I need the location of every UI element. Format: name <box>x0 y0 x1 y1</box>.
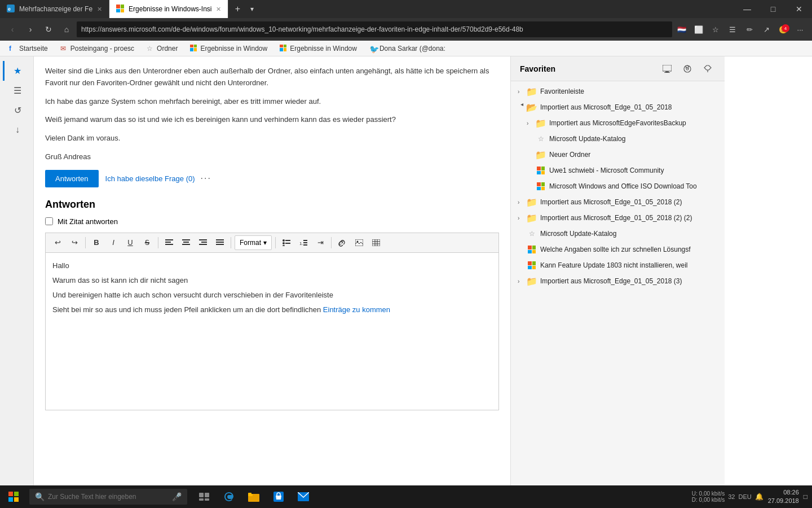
notes-icon[interactable]: ✏ <box>742 22 757 37</box>
editor-area[interactable]: Hallo Warum das so ist kann ich dir nich… <box>45 252 499 410</box>
bold-button[interactable]: B <box>89 235 104 250</box>
minimize-button[interactable]: — <box>734 0 760 18</box>
bookmark-ordner[interactable]: ☆ Ordner <box>142 43 182 54</box>
address-input[interactable] <box>77 21 672 37</box>
folder-icon-8: 📁 <box>527 197 537 207</box>
taskbar-search[interactable]: 🔍 🎤 <box>29 489 187 505</box>
fav-item-update-katalog-2[interactable]: ☆ Microsoft Update-Katalog <box>511 226 725 242</box>
bookmark-startseite[interactable]: f Startseite <box>5 43 52 54</box>
fav-item-neuer-ordner[interactable]: 📁 Neuer Ordner <box>511 147 725 163</box>
unordered-list-button[interactable] <box>279 235 294 250</box>
taskview-button[interactable] <box>194 487 214 507</box>
fav-item-favoritenleiste[interactable]: › 📁 Favoritenleiste <box>511 84 725 99</box>
tab-overflow-button[interactable]: ▾ <box>246 0 258 18</box>
favorites-pin-icon[interactable] <box>700 61 716 77</box>
image-button[interactable] <box>352 235 367 250</box>
svg-rect-25 <box>372 239 380 246</box>
favorites-monitor-icon[interactable] <box>659 61 675 77</box>
fav-item-feature-update[interactable]: Kann Feature Update 1803 nicht installie… <box>511 257 725 273</box>
back-button[interactable]: ‹ <box>5 21 20 37</box>
tabs-container: e Mehrfachanzeige der Fe ✕ Ergebnisse in… <box>0 0 734 18</box>
maximize-button[interactable]: □ <box>760 0 786 18</box>
svg-rect-20 <box>303 240 307 241</box>
fav-label-7: Microsoft Windows and Office ISO Downloa… <box>549 182 718 190</box>
mail-icon[interactable] <box>293 487 314 507</box>
taskbar-search-input[interactable] <box>48 493 161 501</box>
edge-browser-icon[interactable] <box>219 487 239 507</box>
search-icon: 🔍 <box>35 492 45 501</box>
fav-item-importiert-2-2[interactable]: › 📁 Importiert aus Microsoft_Edge_01_05_… <box>511 210 725 226</box>
fav-item-uwe1[interactable]: Uwe1 schwiebi - Microsoft Community <box>511 163 725 178</box>
favorites-settings-icon[interactable] <box>679 61 695 77</box>
fav-item-iso[interactable]: Microsoft Windows and Office ISO Downloa… <box>511 178 725 194</box>
side-nav-favorites[interactable]: ★ <box>3 61 31 81</box>
svg-rect-3 <box>165 242 171 243</box>
refresh-button[interactable]: ↻ <box>41 21 56 37</box>
redo-button[interactable]: ↪ <box>67 235 82 250</box>
quote-checkbox-input[interactable] <box>45 217 53 225</box>
hub-icon[interactable]: ☰ <box>725 22 740 37</box>
align-left-button[interactable] <box>162 235 176 250</box>
tab-2[interactable]: Ergebnisse in Windows-Insi ✕ <box>109 0 228 18</box>
align-right-button[interactable] <box>196 235 210 250</box>
more-button[interactable]: ··· <box>793 22 807 37</box>
favorites-star-icon[interactable]: ☆ <box>708 22 723 37</box>
fav-item-backup[interactable]: › 📁 Importiert aus MicrosoftEdgeFavorite… <box>511 115 725 131</box>
network-speed: U: 0,00 kbit/s D: 0,00 kbit/s <box>692 491 725 503</box>
fav-chevron-3: › <box>527 120 536 126</box>
same-question-link[interactable]: Ich habe dieselbe Frage (0) <box>105 174 195 183</box>
indent-button[interactable]: ⇥ <box>313 235 328 250</box>
fav-item-importiert-3[interactable]: › 📁 Importiert aus Microsoft_Edge_01_05_… <box>511 273 725 289</box>
bookmark-label-3: Ordner <box>157 45 178 52</box>
fav-label-6: Uwe1 schwiebi - Microsoft Community <box>549 167 718 174</box>
bookmark-label-6: Dona Sarkar (@dona: <box>379 45 445 52</box>
svg-rect-6 <box>183 242 189 243</box>
bookmark-ergebnisse2[interactable]: Ergebnisse in Window <box>275 43 361 54</box>
more-options-button[interactable]: ··· <box>201 173 211 183</box>
folder-icon-3: 📁 <box>536 118 546 128</box>
undo-button[interactable]: ↩ <box>50 235 65 250</box>
tab-1[interactable]: e Mehrfachanzeige der Fe ✕ <box>0 0 109 18</box>
side-nav-downloads[interactable]: ↓ <box>3 120 31 139</box>
share-icon[interactable]: ↗ <box>759 22 774 37</box>
favorites-panel-title: Favoriten <box>520 64 659 73</box>
align-justify-button[interactable] <box>213 235 227 250</box>
format-dropdown[interactable]: Format ▾ <box>235 235 272 250</box>
table-button[interactable] <box>369 235 383 250</box>
editor-line-4-link[interactable]: Einträge zu kommen <box>323 305 390 314</box>
tab-1-close[interactable]: ✕ <box>97 6 102 13</box>
close-button[interactable]: ✕ <box>786 0 812 18</box>
file-explorer-icon[interactable] <box>244 487 264 507</box>
side-nav-verlauf[interactable]: ↺ <box>3 100 31 120</box>
side-nav-leseliste[interactable]: ☰ <box>3 81 31 100</box>
align-center-button[interactable] <box>179 235 193 250</box>
fav-item-update-katalog-1[interactable]: ☆ Microsoft Update-Katalog <box>511 131 725 147</box>
reader-icon[interactable]: ⬜ <box>691 22 706 37</box>
date-display: 27.09.2018 <box>768 497 799 505</box>
reply-button[interactable]: Antworten <box>45 170 99 187</box>
link-button[interactable] <box>335 235 350 250</box>
start-button[interactable] <box>0 485 27 508</box>
fav-item-importiert-2[interactable]: › 📁 Importiert aus Microsoft_Edge_01_05_… <box>511 194 725 210</box>
underline-button[interactable]: U <box>123 235 138 250</box>
italic-button[interactable]: I <box>106 235 121 250</box>
add-tab-button[interactable]: + <box>228 0 246 18</box>
bookmark-ergebnisse1[interactable]: Ergebnisse in Window <box>186 43 272 54</box>
bookmark-twitter[interactable]: 🐦 Dona Sarkar (@dona: <box>365 43 450 54</box>
fav-item-importiert-open[interactable]: ▾ 📂 Importiert aus Microsoft_Edge_01_05_… <box>511 99 725 115</box>
strikethrough-button[interactable]: S̶ <box>140 235 155 250</box>
bookmark-posteingang[interactable]: ✉ Posteingang - proesc <box>56 43 139 54</box>
quote-checkbox[interactable]: Mit Zitat antworten <box>45 217 499 226</box>
action-center-icon[interactable]: □ <box>804 493 807 501</box>
format-label: Format <box>240 239 261 247</box>
fav-item-welche[interactable]: Welche Angaben sollte ich zur schnellen … <box>511 242 725 257</box>
favorites-list: › 📁 Favoritenleiste ▾ 📂 Importiert aus M… <box>511 81 725 485</box>
notification-badge: 4 <box>782 24 789 32</box>
store-icon[interactable] <box>268 487 289 507</box>
svg-rect-36 <box>8 497 13 502</box>
ordered-list-button[interactable]: 1. <box>296 235 311 250</box>
notification-center-icon[interactable]: 🔔 <box>755 493 764 501</box>
forward-button[interactable]: › <box>23 21 38 37</box>
tab-2-close[interactable]: ✕ <box>216 6 221 13</box>
home-button[interactable]: ⌂ <box>59 21 74 37</box>
